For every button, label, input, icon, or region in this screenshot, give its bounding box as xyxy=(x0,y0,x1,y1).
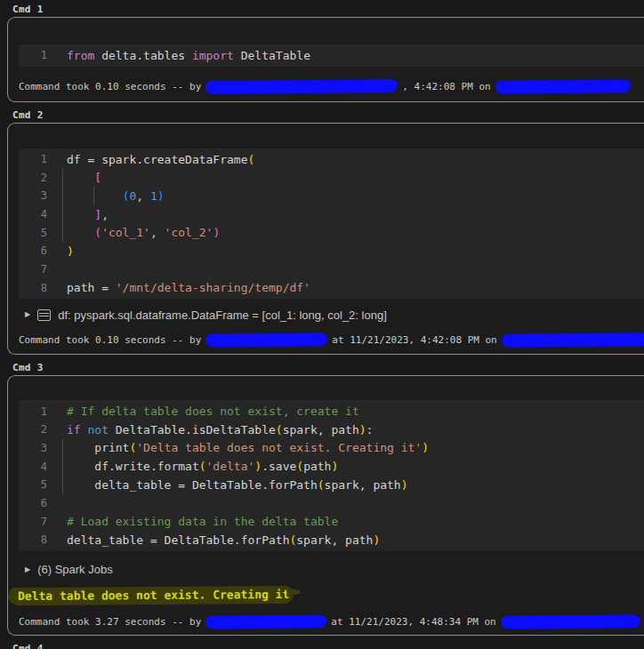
cell-box[interactable]: 1df = spark.createDataFrame(2 [3 (0, 1)4… xyxy=(7,123,644,356)
code-token: : xyxy=(366,423,374,437)
code-token xyxy=(67,208,94,221)
code-text: [ xyxy=(47,171,101,184)
code-token: , xyxy=(136,189,150,203)
code-line: 2 [ xyxy=(19,168,644,187)
redaction-blob xyxy=(205,79,398,94)
command-status: Command took 0.10 seconds -- byat 11/21/… xyxy=(19,333,644,347)
code-token: ( xyxy=(199,460,206,473)
code-line: 8delta_table = DeltaTable.forPath(spark,… xyxy=(19,531,644,549)
code-token: ( xyxy=(276,423,283,437)
code-token: 1 xyxy=(150,189,157,203)
cell-label: Cmd 1 xyxy=(12,4,644,15)
line-number: 2 xyxy=(19,423,47,436)
line-number: 5 xyxy=(19,478,47,491)
code-token: print xyxy=(67,441,129,454)
code-token: ) xyxy=(67,244,74,258)
cell-box[interactable]: 1from delta.tables import DeltaTableComm… xyxy=(7,17,644,102)
expand-triangle-icon[interactable]: ▶ xyxy=(25,311,30,318)
code-token: ) xyxy=(422,441,429,454)
code-token: ) xyxy=(401,478,408,492)
notebook: Cmd 11from delta.tables import DeltaTabl… xyxy=(0,0,644,636)
code-editor[interactable]: 1# If delta table does not exist, create… xyxy=(19,400,644,551)
code-token: ( xyxy=(318,478,325,492)
code-text: ) xyxy=(47,244,74,258)
cell-box[interactable]: 1# If delta table does not exist, create… xyxy=(7,375,644,636)
command-status: Command took 3.27 seconds -- byat 11/21/… xyxy=(19,615,644,629)
code-token: DeltaTable xyxy=(234,49,310,62)
spark-jobs-row[interactable]: ▶(6) Spark Jobs xyxy=(25,563,644,577)
code-token: ) xyxy=(359,423,366,437)
code-token: [ xyxy=(94,171,101,184)
cell-label: Cmd 4 xyxy=(12,643,644,649)
code-text: df = spark.createDataFrame( xyxy=(47,153,254,166)
code-token: path xyxy=(303,460,331,473)
code-line: 6) xyxy=(19,242,644,260)
indent-guide xyxy=(93,187,94,205)
line-number: 6 xyxy=(19,244,47,257)
code-token: df = spark.createDataFrame xyxy=(67,153,248,166)
code-token: spark, path xyxy=(283,423,359,437)
line-number: 3 xyxy=(19,189,47,202)
notebook-cell: Cmd 21df = spark.createDataFrame(2 [3 (0… xyxy=(0,109,644,356)
redaction-blob xyxy=(205,333,327,347)
line-number: 3 xyxy=(19,442,47,454)
code-text: df.write.format('delta').save(path) xyxy=(47,460,338,473)
code-line: 4 df.write.format('delta').save(path) xyxy=(19,457,644,476)
line-number: 4 xyxy=(19,208,47,220)
dataframe-result-row[interactable]: ▶df: pyspark.sql.dataframe.DataFrame = [… xyxy=(25,308,644,322)
code-token: ) xyxy=(213,226,220,239)
notebook-cell-next: Cmd 4 xyxy=(0,643,644,649)
line-number: 2 xyxy=(19,172,47,184)
cell-label: Cmd 3 xyxy=(12,362,644,373)
code-token: 'col_1' xyxy=(101,226,150,239)
code-token: not xyxy=(87,423,108,437)
line-number: 1 xyxy=(19,153,47,165)
code-token: ) xyxy=(157,189,165,203)
code-token: df.write.format xyxy=(67,460,199,473)
line-number: 6 xyxy=(19,497,47,509)
code-line: 8path = '/mnt/delta-sharing/temp/df' xyxy=(19,279,644,298)
code-token: delta_table = DeltaTable.forPath xyxy=(67,533,289,547)
line-number: 1 xyxy=(19,405,47,418)
code-token: ( xyxy=(94,226,101,239)
code-token xyxy=(67,189,123,203)
code-token: ) xyxy=(331,460,338,473)
code-token: # If delta table does not exist, create … xyxy=(67,405,359,418)
result-text: (6) Spark Jobs xyxy=(37,563,113,576)
code-text: if not DeltaTable.isDeltaTable(spark, pa… xyxy=(47,423,373,437)
code-token: path = xyxy=(67,281,116,294)
code-token: ( xyxy=(296,460,303,473)
code-line: 1# If delta table does not exist, create… xyxy=(19,402,644,421)
indent-guide xyxy=(62,439,63,494)
status-text: , 4:42:08 PM on xyxy=(402,81,490,92)
line-number: 8 xyxy=(19,533,47,546)
code-line: 2if not DeltaTable.isDeltaTable(spark, p… xyxy=(19,421,644,439)
code-token: 'col_2' xyxy=(165,226,213,239)
code-token: from xyxy=(67,49,94,62)
code-text: ('col_1', 'col_2') xyxy=(47,226,220,239)
status-text: Command took 3.27 seconds -- by xyxy=(19,616,201,628)
code-token: DeltaTable.isDeltaTable xyxy=(109,423,276,437)
code-line: 6 xyxy=(19,494,644,513)
code-editor[interactable]: 1from delta.tables import DeltaTable xyxy=(19,44,644,67)
code-text: # Load existing data in the delta table xyxy=(47,515,338,528)
code-line: 1from delta.tables import DeltaTable xyxy=(19,46,644,65)
status-text: Command took 0.10 seconds -- by xyxy=(19,334,201,346)
redaction-blob xyxy=(495,79,631,94)
code-line: 4 ], xyxy=(19,205,644,224)
line-number: 7 xyxy=(19,516,47,528)
code-token: 'delta' xyxy=(206,460,255,473)
code-line: 7# Load existing data in the delta table xyxy=(19,512,644,531)
code-token: '/mnt/delta-sharing/temp/df' xyxy=(116,281,310,294)
code-line: 7 xyxy=(19,260,644,279)
code-token: ) xyxy=(373,533,380,547)
status-text: Command took 0.10 seconds -- by xyxy=(19,81,201,92)
code-token: ) xyxy=(254,460,262,473)
expand-triangle-icon[interactable]: ▶ xyxy=(25,566,30,573)
code-token xyxy=(67,171,94,184)
code-editor[interactable]: 1df = spark.createDataFrame(2 [3 (0, 1)4… xyxy=(19,148,644,300)
code-line: 3 print('Delta table does not exist. Cre… xyxy=(19,439,644,458)
output-text: Delta table does not exist. Creating it xyxy=(18,588,289,603)
command-status: Command took 0.10 seconds -- by, 4:42:08… xyxy=(19,80,644,93)
result-text: df: pyspark.sql.dataframe.DataFrame = [c… xyxy=(58,308,387,322)
